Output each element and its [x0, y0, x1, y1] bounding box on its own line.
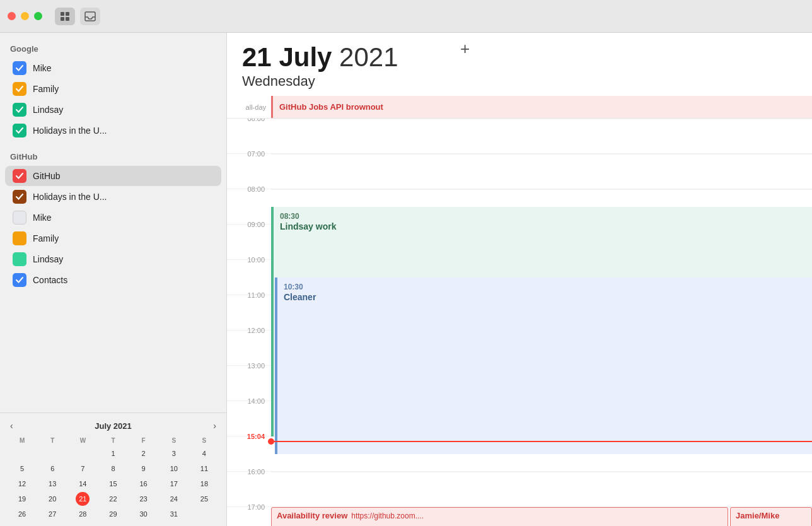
time-line-0600	[271, 119, 812, 153]
time-line-1600	[271, 472, 812, 506]
cal-day-7[interactable]: 7	[76, 462, 90, 476]
sidebar-item-github-contacts[interactable]: Contacts	[5, 270, 221, 290]
day-header-t1: T	[38, 436, 67, 445]
cal-day-5[interactable]: 5	[15, 462, 29, 476]
time-slot-0700: 07:00	[227, 154, 812, 189]
time-grid-container: 06:00 07:00 08:00 09:00	[227, 119, 812, 526]
sidebar-item-github-lindsay[interactable]: Lindsay	[5, 249, 221, 269]
sidebar-item-google-mike[interactable]: Mike	[5, 58, 221, 78]
sidebar-item-github-holidays[interactable]: Holidays in the U...	[5, 187, 221, 207]
time-label-1000: 10:00	[227, 255, 271, 295]
event-lindsay-work-title: Lindsay work	[280, 221, 336, 231]
time-line-0700	[271, 154, 812, 189]
event-availability-title: Availability review	[277, 511, 347, 520]
checkbox-google-family	[13, 82, 26, 96]
label-google-mike: Mike	[33, 63, 52, 73]
cal-day-21[interactable]: 21	[76, 492, 90, 506]
cal-day-20[interactable]: 20	[45, 492, 59, 506]
time-label-0600: 06:00	[227, 119, 271, 153]
label-github-lindsay: Lindsay	[33, 254, 63, 264]
sidebar-item-github-github[interactable]: GitHub	[5, 166, 221, 186]
google-section-header: Google	[0, 38, 226, 57]
svg-rect-1	[66, 12, 69, 16]
sidebar-item-google-family[interactable]: Family	[5, 79, 221, 99]
checkbox-github-holidays	[13, 190, 26, 204]
cal-day-28[interactable]: 28	[76, 507, 90, 521]
label-github-mike: Mike	[33, 213, 52, 223]
cal-day-14[interactable]: 14	[76, 477, 90, 491]
cal-day-15[interactable]: 15	[106, 477, 120, 491]
next-month-button[interactable]: ›	[211, 421, 219, 431]
label-github-family: Family	[33, 233, 59, 243]
date-day: 21 July	[242, 42, 332, 72]
cal-day-30[interactable]: 30	[137, 507, 151, 521]
cal-day-11[interactable]: 11	[197, 462, 211, 476]
cal-day-24[interactable]: 24	[167, 492, 181, 506]
cal-day-6[interactable]: 6	[45, 462, 59, 476]
checkbox-github-mike	[13, 211, 26, 225]
date-heading: 21 July 2021	[242, 43, 797, 72]
mini-calendar: ‹ July 2021 › M T W T F S S 1 2 3 4	[0, 412, 226, 526]
cal-day-16[interactable]: 16	[137, 477, 151, 491]
svg-rect-4	[85, 12, 95, 21]
inbox-icon[interactable]	[80, 8, 100, 25]
event-lindsay-work-time: 08:30	[280, 212, 806, 221]
cal-day-12[interactable]: 12	[15, 477, 29, 491]
checkbox-github-github	[13, 169, 26, 183]
label-github-github: GitHub	[33, 171, 61, 181]
day-header-w: W	[68, 436, 97, 445]
titlebar	[0, 0, 812, 33]
cal-day-29[interactable]: 29	[106, 507, 120, 521]
cal-day-19[interactable]: 19	[15, 492, 29, 506]
cal-day-22[interactable]: 22	[106, 492, 120, 506]
cal-day-2[interactable]: 2	[137, 447, 151, 460]
cal-day-9[interactable]: 9	[137, 462, 151, 476]
day-header-m: M	[8, 436, 37, 445]
cal-day-18[interactable]: 18	[197, 477, 211, 491]
cal-day-3[interactable]: 3	[167, 447, 181, 460]
grid-view-icon[interactable]	[55, 8, 75, 25]
cal-day-31[interactable]: 31	[167, 507, 181, 521]
minimize-button[interactable]	[21, 12, 29, 20]
slots-wrapper: 06:00 07:00 08:00 09:00	[227, 119, 812, 526]
event-cleaner-time: 10:30	[284, 283, 806, 291]
cal-day-10[interactable]: 10	[167, 462, 181, 476]
checkbox-google-lindsay	[13, 103, 26, 117]
event-availability-row: Availability review https://github.zoom.…	[271, 507, 812, 526]
current-time-bar	[274, 441, 812, 442]
event-availability-review[interactable]: Availability review https://github.zoom.…	[271, 507, 728, 526]
cal-day-17[interactable]: 17	[167, 477, 181, 491]
all-day-event-github-brownout[interactable]: GitHub Jobs API brownout	[271, 96, 812, 118]
calendar-body: 06:00 07:00 08:00 09:00	[227, 119, 812, 526]
cal-day-1[interactable]: 1	[106, 447, 120, 460]
time-label-1700: 17:00	[227, 502, 271, 526]
sidebar-content: Google Mike Family Lindsay	[0, 33, 226, 412]
label-google-holidays: Holidays in the U...	[33, 126, 107, 136]
event-cleaner[interactable]: 10:30 Cleaner	[275, 278, 812, 454]
event-availability-url: https://github.zoom....	[351, 511, 424, 520]
cal-day-empty-3	[76, 447, 90, 460]
sidebar-item-google-holidays[interactable]: Holidays in the U...	[5, 120, 221, 141]
toolbar-icons	[55, 8, 100, 25]
cal-day-23[interactable]: 23	[137, 492, 151, 506]
close-button[interactable]	[8, 12, 16, 20]
event-jamie-mike[interactable]: Jamie/Mike	[730, 507, 812, 526]
maximize-button[interactable]	[34, 12, 42, 20]
cal-day-26[interactable]: 26	[15, 507, 29, 521]
sidebar-item-github-mike[interactable]: Mike	[5, 207, 221, 228]
add-event-button[interactable]: +	[460, 40, 470, 57]
window-controls	[8, 12, 42, 20]
cal-day-4[interactable]: 4	[197, 447, 211, 460]
time-label-1100: 11:00	[227, 290, 271, 330]
cal-day-13[interactable]: 13	[45, 477, 59, 491]
cal-day-25[interactable]: 25	[197, 492, 211, 506]
cal-day-empty-1	[15, 447, 29, 460]
day-header-s1: S	[160, 436, 188, 445]
prev-month-button[interactable]: ‹	[8, 421, 16, 431]
cal-day-27[interactable]: 27	[45, 507, 59, 521]
cal-day-8[interactable]: 8	[106, 462, 120, 476]
sidebar-item-google-lindsay[interactable]: Lindsay	[5, 100, 221, 120]
checkbox-google-holidays	[13, 124, 26, 137]
sidebar-item-github-family[interactable]: Family	[5, 228, 221, 248]
time-label-1600: 16:00	[227, 467, 271, 506]
